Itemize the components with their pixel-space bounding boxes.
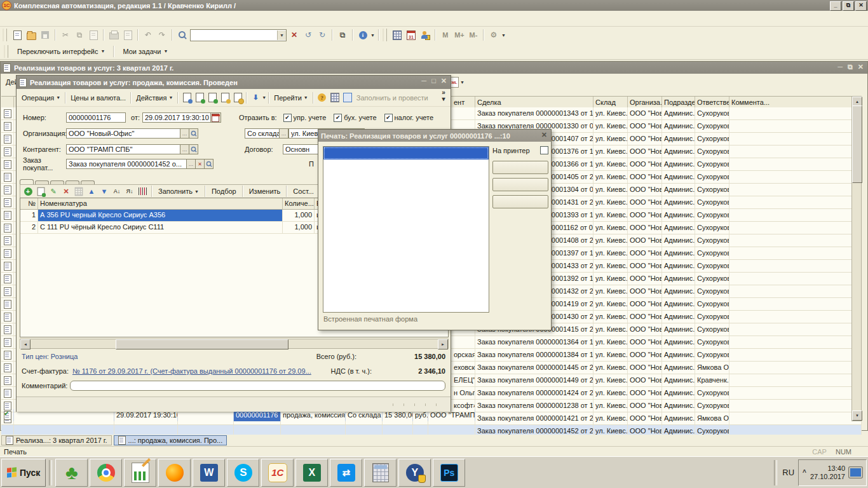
sort-desc-icon[interactable]: Я↓	[124, 186, 135, 196]
number-field[interactable]: 00000001176	[66, 112, 126, 123]
find-prev-icon[interactable]: ↻	[316, 29, 329, 41]
footer-button[interactable]	[393, 403, 403, 406]
taskbar-app-button[interactable]	[90, 459, 122, 487]
user-session-icon[interactable]	[419, 29, 431, 41]
warehouse-mode-field[interactable]: Со склада	[245, 128, 280, 139]
prices-currency-button[interactable]: Цены и валюта...	[68, 93, 128, 103]
footer-button[interactable]	[414, 403, 425, 406]
mdi-window-button[interactable]: ...: продажа, комиссия. Про...	[114, 435, 227, 445]
column-comment[interactable]: Коммента...	[729, 97, 862, 108]
minimize-button[interactable]: ─	[421, 77, 426, 85]
find-next-icon[interactable]: ↺	[302, 29, 315, 41]
refresh-icon[interactable]	[193, 92, 206, 104]
taskbar-app-button[interactable]	[55, 459, 88, 487]
magnifier-button[interactable]	[189, 144, 198, 154]
print-form-item[interactable]	[323, 261, 489, 274]
show-hidden-icons-icon[interactable]: ^	[803, 469, 806, 476]
taskbar-app-button[interactable]	[330, 459, 362, 487]
copy-icon[interactable]: ⧉	[73, 29, 86, 41]
print-form-item[interactable]	[323, 223, 489, 236]
toolbar-overflow-icon[interactable]: »▾	[439, 90, 448, 102]
print-form-item[interactable]	[323, 236, 489, 248]
my-tasks-button[interactable]: Мои задачи▼	[119, 46, 172, 57]
dialog-button[interactable]	[492, 195, 548, 208]
memory-m-plus-button[interactable]: M+	[453, 29, 466, 41]
maximize-button[interactable]: □	[431, 77, 436, 85]
minimize-button[interactable]: _	[830, 1, 841, 11]
list-window-titlebar[interactable]: Реализации товаров и услуг: 3 квартал 20…	[1, 62, 867, 74]
price-type-link[interactable]: Тип цен: Розница	[22, 353, 78, 360]
menu-item[interactable]	[4, 17, 15, 20]
edit-row-icon[interactable]: ✎	[48, 186, 59, 196]
menu-item[interactable]	[61, 17, 72, 20]
search-input[interactable]: ▼	[190, 29, 287, 41]
help-icon[interactable]: ?	[316, 92, 329, 104]
memory-m-button[interactable]: M	[439, 29, 452, 41]
menu-item[interactable]	[95, 17, 107, 20]
network-monitor-icon[interactable]	[849, 467, 862, 478]
taskbar-app-button[interactable]	[433, 459, 465, 487]
composition-button[interactable]: Сост...	[290, 186, 316, 196]
scrollbar-thumb[interactable]	[852, 105, 862, 183]
restore-button[interactable]: ⧉	[848, 63, 853, 71]
output-dropdown-icon[interactable]: ▼	[262, 95, 266, 100]
barcode-icon[interactable]	[137, 186, 148, 196]
taskbar-app-button[interactable]	[398, 459, 431, 487]
menu-item[interactable]	[50, 17, 61, 20]
items-horizontal-scrollbar[interactable]: ◄ ►	[20, 339, 449, 349]
move-down-icon[interactable]: ▼	[98, 186, 110, 196]
add-row-icon[interactable]: +	[22, 186, 34, 196]
document-window-titlebar[interactable]: Реализация товаров и услуг: продажа, ком…	[17, 76, 451, 89]
scroll-left-icon[interactable]: ◄	[20, 339, 31, 349]
column-otv[interactable]: Ответстве...	[695, 97, 729, 108]
move-up-icon[interactable]: ▲	[86, 186, 97, 196]
xml-dropdown-icon[interactable]: ▼	[460, 80, 465, 85]
output-icon[interactable]: ⬇	[249, 92, 262, 104]
magnifier-button[interactable]	[205, 159, 214, 169]
taskbar-app-button[interactable]	[124, 459, 156, 487]
ellipsis-button[interactable]: …	[180, 128, 189, 139]
close-button[interactable]: ✕	[855, 1, 867, 11]
menu-item[interactable]	[27, 17, 38, 20]
menu-item[interactable]	[72, 17, 84, 20]
magnifier-button[interactable]	[189, 128, 198, 139]
column-podr[interactable]: Подразде...	[662, 97, 695, 108]
minimize-button[interactable]: ─	[837, 63, 843, 71]
print-icon[interactable]	[107, 29, 120, 41]
print-form-item[interactable]	[323, 172, 489, 185]
organization-field[interactable]: ООО "Новый-Офис"	[66, 128, 180, 139]
tab[interactable]	[20, 179, 34, 184]
clear-search-icon[interactable]: ✕	[288, 29, 301, 41]
start-button[interactable]: Пуск	[1, 459, 46, 487]
clear-button[interactable]: ✕	[196, 159, 205, 169]
cut-icon[interactable]: ✂	[59, 29, 72, 41]
to-printer-option[interactable]: На принтер	[492, 146, 548, 154]
taskbar-app-button[interactable]	[227, 459, 259, 487]
open-icon[interactable]	[25, 29, 37, 41]
print-form-item[interactable]	[323, 159, 489, 172]
management-accounting-checkbox[interactable]: ✔упр. учете	[283, 114, 327, 122]
ellipsis-button[interactable]: …	[180, 144, 189, 154]
footer-button[interactable]	[403, 403, 414, 406]
actions-button[interactable]: Действия▼	[133, 93, 175, 103]
operation-button[interactable]: Операция▼	[19, 93, 63, 103]
print-form-item[interactable]	[323, 248, 489, 261]
print-form-item[interactable]	[323, 185, 489, 198]
dialog-button[interactable]	[492, 161, 548, 174]
scrollbar-thumb[interactable]	[116, 339, 288, 349]
print-form-item[interactable]	[323, 210, 489, 223]
close-button[interactable]: ✕	[441, 77, 447, 85]
service-settings-icon[interactable]: ⚙	[487, 29, 500, 41]
book-accounting-checkbox[interactable]: ✔бух. учете	[334, 114, 376, 122]
restore-button[interactable]: ⧉	[843, 1, 854, 11]
clock[interactable]: 13:40 27.10.2017	[810, 464, 845, 481]
taskbar-app-button[interactable]	[261, 459, 294, 487]
new-document-icon[interactable]	[11, 29, 24, 41]
mdi-window-button[interactable]: Реализа...: 3 квартал 2017 г.	[1, 435, 112, 445]
movements-report-icon[interactable]	[341, 92, 354, 104]
contragent-field[interactable]: ООО "ТРАМП СПБ"	[66, 144, 180, 154]
ellipsis-button[interactable]: …	[280, 128, 288, 139]
search-dropdown-icon[interactable]: ▼	[277, 30, 286, 40]
menu-item[interactable]	[84, 17, 95, 20]
goto-button[interactable]: Перейти▼	[271, 93, 311, 103]
